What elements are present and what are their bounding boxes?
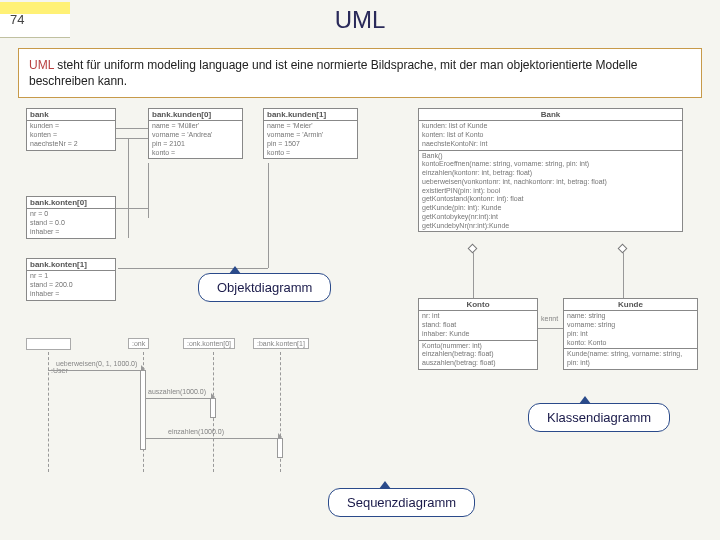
callout-object: Objektdiagramm [198,273,331,302]
obj-kunde0-attrs: name = 'Müller' vorname = 'Andrea' pin =… [149,121,242,158]
activation-bar [140,370,146,450]
conn-line [116,128,148,129]
obj-kunde1: bank.kunden[1] name = 'Meier' vorname = … [263,108,358,159]
class-konto-ops: Konto(nummer: int) einzahlen(betrag: flo… [419,341,537,369]
class-conn [473,248,474,298]
seq-actor-2: :bank.konten[1] [253,338,309,349]
obj-kunde1-title: bank.kunden[1] [264,109,357,121]
activation-bar [277,438,283,458]
obj-konto0: bank.konten[0] nr = 0 stand = 0.0 inhabe… [26,196,116,238]
class-bank-title: Bank [419,109,682,121]
class-konto-title: Konto [419,299,537,311]
class-bank: Bank kunden: list of Kunde konten: list … [418,108,683,232]
class-kunde: Kunde name: string vorname: string pin: … [563,298,698,370]
seq-msg [143,438,280,439]
obj-konto1: bank.konten[1] nr = 1 stand = 200.0 inha… [26,258,116,300]
activation-bar [210,398,216,418]
class-bank-attrs: kunden: list of Kunde konten: list of Ko… [419,121,682,150]
conn-line [268,163,269,268]
slide-number: 74 [0,2,70,38]
seq-actor-0: :onk [128,338,149,349]
conn-line [128,138,129,238]
obj-kunde1-attrs: name = 'Meier' vorname = 'Armin' pin = 1… [264,121,357,158]
obj-bank-title: bank [27,109,115,121]
seq-msg [143,398,213,399]
obj-kunde0-title: bank.kunden[0] [149,109,242,121]
seq-msg-label: ueberweisen(0, 1, 1000.0) [56,360,137,367]
seq-msg [48,370,143,371]
conn-line [116,138,148,139]
obj-bank-attrs: kunden = konten = naechsteNr = 2 [27,121,115,149]
seq-msg-label: einzahlen(1000.0) [168,428,224,435]
callout-sequence: Sequenzdiagramm [328,488,475,517]
class-kunde-ops: Kunde(name: string, vorname: string, pin… [564,349,697,369]
intro-rest: steht für uniform modeling language und … [29,58,638,88]
slide-title: UML [70,6,720,34]
obj-konto0-title: bank.konten[0] [27,197,115,209]
class-konto-attrs: nr: int stand: float inhaber: Kunde [419,311,537,340]
conn-line [148,163,149,218]
seq-actor-1: :onk.konten[0] [183,338,235,349]
seq-msg-label: auszahlen(1000.0) [148,388,206,395]
diamond-icon [618,244,628,254]
obj-kunde0: bank.kunden[0] name = 'Müller' vorname =… [148,108,243,159]
intro-highlight: UML [29,58,54,72]
class-conn [623,248,624,298]
obj-konto1-title: bank.konten[1] [27,259,115,271]
class-kunde-attrs: name: string vorname: string pin: int ko… [564,311,697,349]
conn-line [116,208,148,209]
callout-class: Klassendiagramm [528,403,670,432]
seq-user [26,338,71,350]
slide-header: 74 UML [0,0,720,40]
obj-konto0-attrs: nr = 0 stand = 0.0 inhaber = [27,209,115,237]
diagram-area: bank kunden = konten = naechsteNr = 2 ba… [18,108,702,528]
class-conn [538,328,563,329]
class-kunde-title: Kunde [564,299,697,311]
obj-konto1-attrs: nr = 1 stand = 200.0 inhaber = [27,271,115,299]
assoc-label: kennt [541,315,558,322]
class-konto: Konto nr: int stand: float inhaber: Kund… [418,298,538,370]
class-bank-ops: Bank() kontoEroeffnen(name: string, vorn… [419,151,682,232]
obj-bank: bank kunden = konten = naechsteNr = 2 [26,108,116,150]
intro-text: UML steht für uniform modeling language … [18,48,702,98]
diamond-icon [468,244,478,254]
conn-line [118,268,268,269]
